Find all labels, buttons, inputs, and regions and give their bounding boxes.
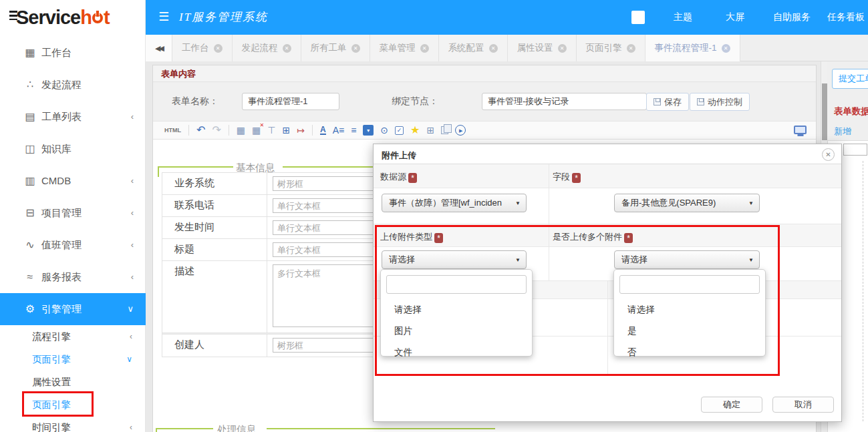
insert-table-icon[interactable]: ▦ [237,126,245,135]
logo-text-red-t: t [104,7,110,28]
tab-close-icon[interactable]: ✕ [489,44,498,53]
toolbar-separator [188,125,189,136]
sidebar-subitem-time-engine[interactable]: 时间引擎 ‹ [0,416,146,432]
modal-value-row-1: 事件（故障）管理[wf_inciden▼ 备用-其他意见(SPARE9)▼ [374,188,841,224]
tab-close-icon[interactable]: ✕ [283,44,291,53]
sidebar-subitem-label: 流程引擎 [32,325,71,348]
tab-label: 菜单管理 [380,43,416,53]
tab-close-icon[interactable]: ✕ [420,44,429,53]
label-text: 上传附件类型 [380,232,432,242]
add-new-link[interactable]: 新增 [834,126,851,138]
tab-close-icon[interactable]: ✕ [351,44,360,53]
sidebar-item-workorder-list[interactable]: ▤ 工单列表 ‹ [0,101,146,133]
tab-system-config[interactable]: 系统配置✕ [439,35,508,61]
bind-node-input[interactable] [482,93,647,110]
tab-all-workorders[interactable]: 所有工单✕ [301,35,370,61]
top-header: ☰ IT服务管理系统 主题 大屏 自助服务 任务看板 [146,0,868,35]
ok-button[interactable]: 确定 [701,397,762,413]
dropdown-option[interactable]: 是 [614,320,765,341]
logo-text-red-h: h [80,7,92,28]
collapse-tabs-button[interactable]: ◀◀ [146,35,172,61]
attachment-type-select[interactable]: 请选择▼ [382,250,527,269]
html-source-button[interactable]: HTML [164,128,181,134]
hamburger-menu-icon[interactable]: ☰ [158,9,169,24]
dropdown-search-input[interactable] [386,275,527,294]
dropdown-search-input[interactable] [619,275,760,294]
sidebar-item-label: 发起流程 [41,69,82,101]
radio-field-icon[interactable]: ⊙ [380,126,388,135]
action-control-button[interactable]: 动作控制 [690,93,750,111]
submit-workorder-button[interactable]: 提交工单 [832,69,868,89]
chevron-left-icon: ‹ [131,197,134,229]
field-select[interactable]: 备用-其他意见(SPARE9)▼ [614,194,760,212]
add-table-row-icon[interactable]: ⊞ [282,126,290,135]
modal-label-row-1: 数据源* 字段* [374,164,841,188]
sidebar-item-workbench[interactable]: ▦ 工作台 [0,37,146,69]
sidebar-item-project-mgmt[interactable]: ⊟ 项目管理 ‹ [0,197,146,229]
sidebar-subitem-label: 页面引擎 [32,393,71,416]
dropdown-option[interactable]: 文件 [381,342,532,363]
tab-close-icon[interactable]: ✕ [214,44,223,53]
sidebar-subitem-process-engine[interactable]: 流程引擎 ‹ [0,325,146,348]
checkbox-field-icon[interactable]: ✓ [395,126,404,135]
save-button[interactable]: 保存 [646,93,689,111]
copy-icon[interactable] [441,126,448,134]
dropdown-option[interactable]: 请选择 [381,299,532,320]
modal-close-icon[interactable]: ✕ [822,148,835,161]
tab-close-icon[interactable]: ✕ [722,44,730,53]
tab-property-settings[interactable]: 属性设置✕ [508,35,577,61]
insert-field-icon[interactable]: ⊤ [267,126,275,135]
play-icon[interactable]: ▶ [455,125,466,136]
multiline-icon[interactable]: ≡ [351,126,356,135]
sidebar-item-label: 工单列表 [41,101,82,133]
tab-page-engine[interactable]: 页面引擎✕ [577,35,645,61]
sidebar-item-cmdb[interactable]: ▥ CMDB ‹ [0,165,146,197]
datasource-label: 数据源* [380,171,417,183]
sidebar-item-service-report[interactable]: ≈ 服务报表 ‹ [0,261,146,293]
tree-guide-line [863,161,863,421]
tab-close-icon[interactable]: ✕ [558,44,567,53]
tab-event-process-mgmt-1[interactable]: 事件流程管理-1✕ [645,35,740,61]
move-row-icon[interactable]: ↦ [297,126,305,135]
header-menu-theme[interactable]: 主题 [674,11,692,23]
dropdown-option[interactable]: 请选择 [614,299,765,320]
form-name-input[interactable] [242,93,339,110]
sidebar-item-engine-mgmt[interactable]: ⚙ 引擎管理 ∨ [0,293,146,325]
undo-icon[interactable]: ↶ [196,125,205,136]
textarea-field-icon[interactable]: A≡ [333,126,345,135]
chevron-left-icon: ‹ [131,261,134,293]
header-menu-bigscreen[interactable]: 大屏 [726,11,744,23]
power-button-icon [92,13,103,23]
multiple-attachment-select[interactable]: 请选择▼ [614,250,760,269]
tree-node-box[interactable] [843,144,867,156]
redo-icon[interactable]: ↷ [212,125,221,136]
sidebar-item-knowledge-base[interactable]: ◫ 知识库 [0,133,146,165]
preview-monitor-icon[interactable] [794,126,807,134]
datasource-select[interactable]: 事件（故障）管理[wf_inciden▼ [382,194,527,212]
tree-add-icon[interactable]: ⊞ [426,126,434,135]
tab-workbench[interactable]: 工作台✕ [172,35,233,61]
tab-menu-mgmt[interactable]: 菜单管理✕ [370,35,439,61]
tab-start-process[interactable]: 发起流程✕ [233,35,301,61]
star-rating-icon[interactable]: ★ [410,125,420,136]
sidebar-item-duty-mgmt[interactable]: ∿ 值班管理 ‹ [0,229,146,261]
dropdown-option[interactable]: 图片 [381,320,532,341]
tab-close-icon[interactable]: ✕ [627,44,635,53]
sidebar-item-start-process[interactable]: ∴ 发起流程 [0,69,146,101]
dropdown-field-icon[interactable]: ▼ [363,125,374,136]
header-menu-selfservice[interactable]: 自助服务 [773,11,811,23]
form-meta-row: 表单名称： 绑定节点： 保存 动作控制 [153,82,816,121]
form-data-tab[interactable]: 表单数据 [834,105,868,118]
cancel-button[interactable]: 取消 [772,397,834,413]
selected-value: 备用-其他意见(SPARE9) [621,198,716,208]
sidebar-subitem-property-settings[interactable]: 属性设置 [0,371,146,393]
dropdown-option[interactable]: 否 [614,342,765,363]
header-menu-taskboard[interactable]: 任务看板 [827,11,865,23]
sidebar-subitem-page-engine[interactable]: 页面引擎 ∨ [0,348,146,371]
sidebar-subitem-label: 属性设置 [32,371,71,393]
delete-table-icon[interactable]: ▦✕ [252,126,261,135]
avatar-square-icon[interactable] [631,11,645,24]
font-underline-icon[interactable]: A [320,126,326,135]
scrollbar-thumb[interactable] [822,83,827,140]
sidebar-subitem-page-engine-2[interactable]: 页面引擎 [0,393,146,416]
